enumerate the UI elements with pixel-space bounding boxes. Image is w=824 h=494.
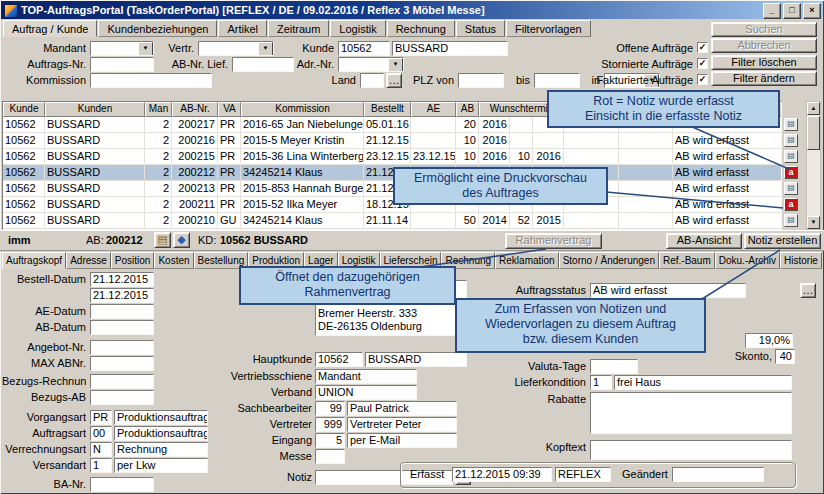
checkbox[interactable]: ✓: [697, 42, 708, 53]
note-present-icon[interactable]: a: [784, 166, 798, 179]
tab-reklamation[interactable]: Reklamation: [495, 252, 559, 269]
column-header[interactable]: Kommission: [241, 102, 364, 117]
tab-zeitraum[interactable]: Zeitraum: [268, 20, 329, 37]
tab-filtervorlagen[interactable]: Filtervorlagen: [506, 20, 591, 37]
rabatte-textarea[interactable]: [590, 392, 792, 434]
messe-field[interactable]: [315, 449, 345, 464]
print-preview-icon[interactable]: ▤: [784, 118, 798, 131]
max-abnr-field[interactable]: [90, 356, 154, 371]
tab-doku-archiv[interactable]: Doku.-Archiv: [715, 252, 780, 269]
maximize-button[interactable]: □: [783, 3, 801, 19]
ab-datum-field[interactable]: [90, 320, 154, 335]
auftragsstatus-lookup-button[interactable]: …: [800, 283, 816, 298]
column-header[interactable]: Kunde: [3, 102, 45, 117]
scroll-down-icon[interactable]: ▼: [807, 216, 820, 229]
filter-aendern-button[interactable]: Filter ändern: [711, 71, 817, 86]
kommission-input[interactable]: [90, 73, 212, 88]
versandart-code-field[interactable]: 1: [90, 458, 112, 473]
valuta-tage-field[interactable]: [590, 359, 638, 374]
land-input[interactable]: [360, 73, 384, 88]
checkbox[interactable]: ✓: [697, 58, 708, 69]
column-header[interactable]: AB-Nr.: [172, 102, 218, 117]
tab-ref-baum[interactable]: Ref.-Baum: [659, 252, 715, 269]
tab-adresse[interactable]: Adresse: [66, 252, 111, 269]
verrechnungsart-text-field[interactable]: Rechnung: [114, 442, 208, 457]
chevron-down-icon[interactable]: ▼: [388, 58, 403, 72]
lieferkondition-code-field[interactable]: 1: [590, 375, 612, 390]
ab-ansicht-button[interactable]: AB-Ansicht: [666, 233, 742, 249]
auftragsart-text-field[interactable]: Produktionsauftrag: [114, 426, 208, 441]
versandart-text-field[interactable]: per Lkw: [114, 458, 208, 473]
vorgangsart-text-field[interactable]: Produktionsauftrag: [114, 410, 208, 425]
order-lookup-icon[interactable]: ◆: [173, 232, 190, 248]
bezugs-rechnung-field[interactable]: [90, 374, 154, 389]
bestell-datum-field[interactable]: 21.12.2015: [90, 272, 154, 287]
tab-status[interactable]: Status: [456, 20, 505, 37]
column-header[interactable]: Kunden: [45, 102, 145, 117]
hauptkunde-name-field[interactable]: BUSSARD: [365, 352, 467, 367]
kopftext-textarea[interactable]: [590, 440, 792, 460]
ae-datum-field[interactable]: [90, 304, 154, 319]
verband-field[interactable]: UNION: [315, 385, 417, 400]
tab-auftrag-kunde[interactable]: Auftrag / Kunde: [3, 20, 97, 37]
skonto-tage-field[interactable]: 40: [775, 349, 795, 364]
tab-storno-änderungen[interactable]: Storno / Änderungen: [559, 252, 659, 269]
order-form-icon[interactable]: ▤: [154, 232, 171, 248]
column-header[interactable]: Bestellt: [364, 102, 411, 117]
tab-rechnung[interactable]: Rechnung: [387, 20, 455, 37]
scroll-up-icon[interactable]: ▲: [807, 102, 820, 115]
bestell-datum2-field[interactable]: 21.12.2015: [90, 288, 154, 303]
tab-logistik[interactable]: Logistik: [330, 20, 385, 37]
table-row[interactable]: 10562BUSSARD2200213PR2015-853 Hannah Bur…: [3, 181, 781, 197]
print-preview-icon[interactable]: ▤: [784, 214, 798, 227]
table-row[interactable]: 10562BUSSARD2200216PR2015-5 Meyer Kristi…: [3, 133, 781, 149]
tab-auftragskopf[interactable]: Auftragskopf: [2, 252, 66, 269]
tab-artikel[interactable]: Artikel: [218, 20, 267, 37]
abbrechen-button[interactable]: Abbrechen: [711, 38, 817, 53]
kunde-name-field[interactable]: BUSSARD: [392, 41, 508, 56]
ba-nr-field[interactable]: [90, 477, 154, 492]
verrechnungsart-code-field[interactable]: N: [90, 442, 112, 457]
vertreter-name-field[interactable]: Vertreter Peter: [347, 417, 457, 432]
column-header[interactable]: Man: [145, 102, 172, 117]
column-header[interactable]: VA: [218, 102, 241, 117]
filter-loeschen-button[interactable]: Filter löschen: [711, 55, 817, 70]
mwst-field[interactable]: 19,0%: [745, 333, 793, 348]
suchen-button[interactable]: Suchen: [711, 22, 817, 37]
rahmenvertrag-button[interactable]: Rahmenvertrag: [505, 233, 602, 249]
table-row[interactable]: 10562BUSSARD2200212PR34245214 Klaus21.12…: [3, 165, 781, 181]
auftragsart-code-field[interactable]: 00: [90, 426, 112, 441]
chevron-down-icon[interactable]: ▼: [138, 42, 153, 56]
note-present-icon[interactable]: a: [784, 198, 798, 211]
auftrags-nr-input[interactable]: [90, 57, 154, 72]
tab-position[interactable]: Position: [111, 252, 155, 269]
print-preview-icon[interactable]: ▤: [784, 134, 798, 147]
table-row[interactable]: 10562BUSSARD2200215PR2015-36 Lina Winter…: [3, 149, 781, 165]
scrollbar-thumb[interactable]: [807, 116, 820, 150]
vertreter-nr-field[interactable]: 999: [315, 417, 345, 432]
print-preview-icon[interactable]: ▤: [784, 150, 798, 163]
tab-kundenbeziehungen[interactable]: Kundenbeziehungen: [98, 20, 217, 37]
chevron-down-icon[interactable]: ▼: [258, 42, 273, 56]
close-button[interactable]: ×: [803, 3, 821, 19]
table-row[interactable]: 10562BUSSARD2200211PR2015-52 Ilka Meyer1…: [3, 197, 781, 213]
vorgangsart-code-field[interactable]: PR: [90, 410, 112, 425]
checkbox[interactable]: ✓: [697, 74, 708, 85]
print-preview-icon[interactable]: ▤: [784, 182, 798, 195]
tab-historie[interactable]: Historie: [780, 252, 822, 269]
angebot-nr-field[interactable]: [90, 340, 154, 355]
vertreter-combo[interactable]: ▼: [198, 41, 274, 56]
eingang-text-field[interactable]: per E-Mail: [347, 433, 457, 448]
column-header[interactable]: AE: [411, 102, 456, 117]
kunde-nr-input[interactable]: 10562: [338, 41, 390, 56]
mandant-combo[interactable]: ▼: [90, 41, 154, 56]
hauptkunde-nr-field[interactable]: 10562: [315, 352, 363, 367]
bezugs-ab-field[interactable]: [90, 390, 154, 405]
sachbearbeiter-name-field[interactable]: Paul Patrick: [347, 401, 457, 416]
lieferkondition-text-field[interactable]: frei Haus: [614, 375, 792, 390]
eingang-nr-field[interactable]: 5: [315, 433, 345, 448]
plz-von-input[interactable]: [458, 73, 504, 88]
auftragsstatus-field[interactable]: AB wird erfasst: [590, 283, 746, 298]
ab-nr-lief-input[interactable]: [232, 57, 294, 72]
table-row[interactable]: 10562BUSSARD2200210GU34245214 Klaus21.11…: [3, 213, 781, 229]
